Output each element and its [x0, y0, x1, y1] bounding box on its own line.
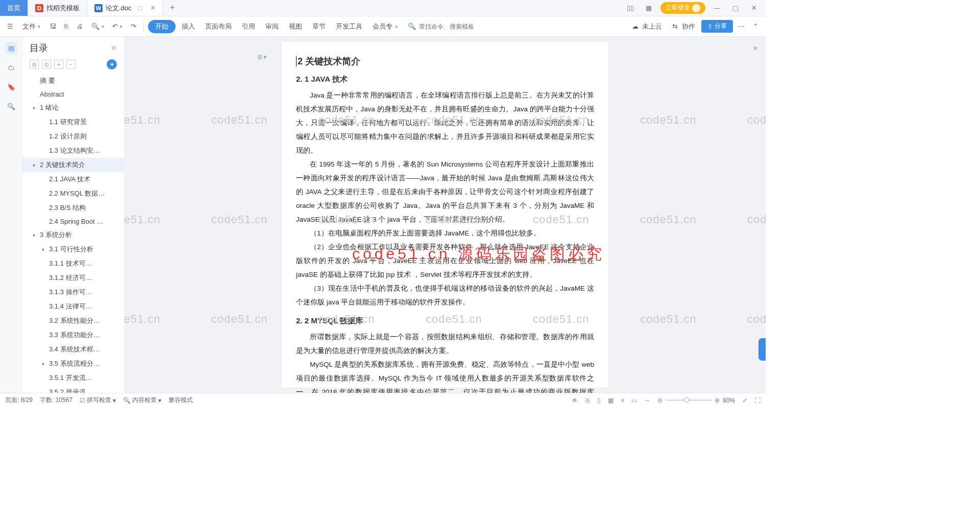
apps-icon[interactable]: ▦	[642, 2, 655, 14]
print-icon[interactable]: 🖨	[74, 20, 86, 33]
outline-icon[interactable]: ▤	[5, 42, 17, 54]
tab-document[interactable]: W 论文.doc ▢ ✕	[87, 0, 163, 16]
level-down-icon[interactable]: −	[66, 60, 76, 69]
collab-button[interactable]: ⇆ 协作	[668, 19, 699, 34]
login-button[interactable]: 立即登录	[660, 2, 705, 14]
expand-all-icon[interactable]: ⊡	[42, 60, 51, 69]
view-eye-icon[interactable]: 👁	[572, 397, 578, 404]
collapse-all-icon[interactable]: ⊟	[30, 60, 39, 69]
zoom-control[interactable]: ⊖ ⊕ 80%	[657, 397, 735, 404]
toc-item[interactable]: 3.2 系统性能分…	[22, 314, 124, 328]
toc-item[interactable]: 3.5.1 开发流…	[22, 371, 124, 385]
collapse-ribbon-icon[interactable]: ⌃	[750, 20, 762, 33]
search-input[interactable]	[419, 23, 480, 30]
document-viewport[interactable]: ≡ code51.cncode51.cncode51.cncode51.cnco…	[125, 37, 766, 393]
side-reveal-handle[interactable]	[758, 338, 766, 361]
close-tab-icon[interactable]: ✕	[150, 4, 156, 12]
toc-item[interactable]: ▾3 系统分析	[22, 228, 124, 242]
toc-item[interactable]: 3.1.4 法律可…	[22, 299, 124, 314]
toc-item[interactable]: 3.5.2 登录流…	[22, 385, 124, 393]
toc-item[interactable]: 1.3 论文结构安…	[22, 144, 124, 158]
save-icon[interactable]: 🖫	[46, 20, 59, 33]
cloud-status[interactable]: ☁ 未上云	[628, 19, 667, 34]
ribbon-view[interactable]: 视图	[285, 19, 306, 34]
fit-icon[interactable]: ⤢	[742, 397, 747, 404]
more-icon[interactable]: ⋯	[735, 20, 748, 33]
view-page-icon[interactable]: ▯	[597, 397, 601, 404]
view-outline-icon[interactable]: ≡	[621, 397, 624, 404]
zoom-value[interactable]: 80%	[723, 397, 735, 404]
new-tab-button[interactable]: +	[163, 0, 182, 16]
ribbon-start[interactable]: 开始	[148, 20, 176, 33]
ruler-icon[interactable]: ↔	[644, 397, 650, 404]
export-icon[interactable]: ⎘	[61, 20, 71, 33]
view-focus-icon[interactable]: ◎	[585, 397, 590, 404]
toc-item[interactable]: ▾1 绪论	[22, 101, 124, 115]
ribbon-insert[interactable]: 插入	[178, 19, 199, 34]
paragraph: 在 1995 年这一年的 5 月份，著名的 Sun Microsystems 公…	[296, 157, 594, 226]
ribbon-ref[interactable]: 引用	[238, 19, 259, 34]
collab-icon: ⇆	[672, 22, 678, 30]
level-up-icon[interactable]: +	[54, 60, 63, 69]
clipboard-icon[interactable]: 🗀	[5, 61, 17, 74]
ribbon-layout[interactable]: 页面布局	[201, 19, 236, 34]
paragraph: MySQL 是典型的关系数据库系统，拥有开源免费、稳定、高效等特点，一直是中小型…	[296, 358, 594, 393]
toc-item[interactable]: ▾3.1 可行性分析	[22, 242, 124, 256]
redo-icon[interactable]: ↷	[128, 20, 139, 33]
panel-toggle-icon[interactable]: ≡	[749, 42, 762, 54]
view-web-icon[interactable]: ▦	[608, 397, 614, 404]
toc-item[interactable]: 3.3 系统功能分…	[22, 328, 124, 342]
toc-item[interactable]: 摘 要	[22, 74, 124, 88]
toc-item[interactable]: 2.4 Spring Boot …	[22, 215, 124, 228]
toc-item[interactable]: ▾2 关键技术简介	[22, 158, 124, 172]
view-read-icon[interactable]: ▭	[631, 397, 637, 404]
toc-item[interactable]: 3.4 系统技术框…	[22, 342, 124, 357]
zoom-slider[interactable]	[666, 399, 712, 401]
menu-icon[interactable]: ☰	[4, 20, 16, 33]
toc-item[interactable]: 2.1 JAVA 技术	[22, 172, 124, 186]
file-menu[interactable]: 文件▾	[18, 19, 44, 34]
ribbon-review[interactable]: 审阅	[261, 19, 283, 34]
window-mode-icon[interactable]: ▢	[138, 5, 143, 11]
ribbon-chapter[interactable]: 章节	[308, 19, 330, 34]
toc-item[interactable]: 2.3 B/S 结构	[22, 201, 124, 215]
toc-item[interactable]: 3.1.1 技术可…	[22, 256, 124, 271]
maximize-icon[interactable]: ▢	[729, 2, 742, 14]
tab-templates[interactable]: D找稻壳模板	[28, 0, 87, 16]
document-page: 🗎▾ 2 关键技术简介 2. 1 JAVA 技术 Java 是一种非常常用的编程…	[282, 42, 608, 388]
share-button[interactable]: ⇪分享	[701, 20, 733, 33]
bookmark-icon[interactable]: 🔖	[5, 81, 17, 93]
close-toc-icon[interactable]: ✕	[111, 44, 117, 52]
zoom-out-icon[interactable]: ⊖	[657, 397, 663, 404]
toc-item[interactable]: 2.2 MYSQL 数据…	[22, 186, 124, 201]
preview-icon[interactable]: 🔍▾	[88, 20, 107, 33]
page-options-icon[interactable]: 🗎▾	[256, 51, 267, 62]
fullscreen-icon[interactable]: ⛶	[754, 397, 761, 404]
toc-item[interactable]: Abstract	[22, 88, 124, 101]
ribbon-dev[interactable]: 开发工具	[332, 19, 366, 34]
word-icon: W	[94, 4, 103, 12]
watermark: code51.cn	[640, 313, 697, 326]
close-window-icon[interactable]: ✕	[747, 2, 761, 14]
toc-item[interactable]: ▾3.5 系统流程分…	[22, 357, 124, 371]
minimize-icon[interactable]: ―	[710, 2, 724, 14]
command-search[interactable]: 🔍	[404, 20, 484, 32]
compat-mode[interactable]: 兼容模式	[168, 396, 193, 405]
undo-icon[interactable]: ↶▾	[109, 20, 126, 33]
cloud-icon: ☁	[632, 22, 639, 30]
tab-bar: 首页 D找稻壳模板 W 论文.doc ▢ ✕ + ▯▯ ▦ 立即登录 ― ▢ ✕	[0, 0, 766, 16]
find-icon[interactable]: 🔍	[5, 100, 17, 112]
toc-ai-icon[interactable]: ✦	[107, 59, 117, 69]
tab-home[interactable]: 首页	[0, 0, 28, 16]
toc-item[interactable]: 1.2 设计原则	[22, 129, 124, 144]
spellcheck-button[interactable]: ☑拼写检查▾	[80, 396, 116, 405]
toc-item[interactable]: 3.1.2 经济可…	[22, 271, 124, 285]
content-check-button[interactable]: 🔍内容检查▾	[123, 396, 161, 405]
toc-item[interactable]: 3.1.3 操作可…	[22, 285, 124, 299]
toc-item[interactable]: 1.1 研究背景	[22, 115, 124, 129]
word-count[interactable]: 字数: 10567	[40, 396, 72, 405]
ribbon-member[interactable]: 会员专 ›	[369, 19, 402, 34]
zoom-in-icon[interactable]: ⊕	[715, 397, 720, 404]
page-indicator[interactable]: 页面: 8/29	[5, 396, 33, 405]
reading-layout-icon[interactable]: ▯▯	[624, 2, 637, 14]
